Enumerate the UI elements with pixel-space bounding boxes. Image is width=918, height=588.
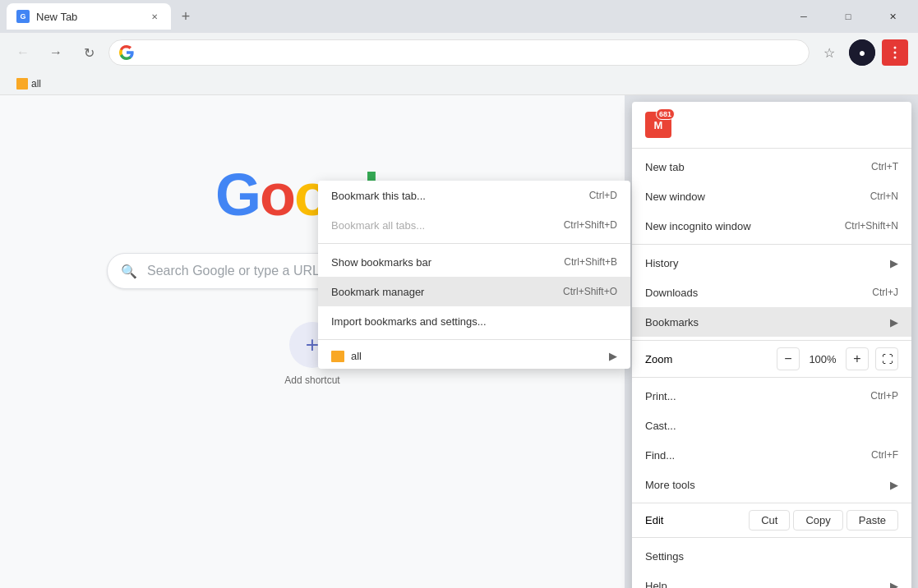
tab-title: New Tab	[36, 11, 141, 23]
zoom-value: 100%	[806, 353, 839, 365]
menu-new-section: New tab Ctrl+T New window Ctrl+N New inc…	[632, 149, 911, 245]
submenu-bookmark-all-tabs: Bookmark all tabs... Ctrl+Shift+D	[318, 210, 630, 240]
menu-item-new-incognito[interactable]: New incognito window Ctrl+Shift+N	[632, 211, 911, 241]
menu-item-bookmarks[interactable]: Bookmarks ▶	[632, 307, 911, 337]
bookmarks-submenu[interactable]: Bookmark this tab... Ctrl+D Bookmark all…	[318, 181, 630, 369]
edit-row: Edit Cut Copy Paste	[632, 507, 911, 534]
menu-settings-section: Settings Help ▶ Exit	[632, 538, 911, 588]
chrome-menu-button[interactable]	[882, 39, 908, 66]
edit-buttons: Cut Copy Paste	[749, 510, 898, 531]
menu-zoom-section: Zoom − 100% + ⛶	[632, 341, 911, 378]
menu-item-settings[interactable]: Settings	[632, 541, 911, 571]
submenu-divider-2	[318, 339, 630, 340]
gmail-badge: 681	[656, 108, 675, 120]
profile-button[interactable]: ●	[849, 39, 875, 66]
menu-item-new-tab[interactable]: New tab Ctrl+T	[632, 152, 911, 181]
tab-close-button[interactable]: ✕	[148, 10, 161, 23]
svg-point-0	[894, 47, 897, 49]
submenu-bookmark-manager[interactable]: Bookmark manager Ctrl+Shift+O	[318, 277, 630, 306]
menu-item-cast[interactable]: Cast...	[632, 411, 911, 440]
bookmarks-bar-item-label: all	[31, 78, 41, 90]
submenu-show-bookmarks-bar[interactable]: Show bookmarks bar Ctrl+Shift+B	[318, 247, 630, 277]
toolbar: ← → ↻ ☆ ●	[0, 33, 918, 72]
gmail-icon: M 681	[645, 112, 671, 138]
menu-item-find[interactable]: Find... Ctrl+F	[632, 440, 911, 470]
submenu-divider	[318, 243, 630, 244]
add-shortcut-label: Add shortcut	[284, 374, 339, 386]
back-button[interactable]: ←	[10, 39, 36, 66]
content-area: Google ♥ 🔍 Search Google or type a URL +…	[0, 95, 918, 588]
zoom-row: Zoom − 100% + ⛶	[632, 344, 911, 374]
menu-item-print[interactable]: Print... Ctrl+P	[632, 381, 911, 411]
forward-button[interactable]: →	[43, 39, 69, 66]
zoom-plus-button[interactable]: +	[846, 347, 869, 370]
browser-tab[interactable]: G New Tab ✕	[7, 3, 171, 30]
bookmark-star-button[interactable]: ☆	[816, 39, 842, 66]
submenu-import-bookmarks[interactable]: Import bookmarks and settings...	[318, 306, 630, 336]
search-icon: 🔍	[121, 264, 137, 279]
chrome-menu[interactable]: M 681 New tab Ctrl+T New window	[632, 102, 911, 588]
address-bar[interactable]	[108, 39, 810, 66]
svg-point-2	[894, 57, 897, 59]
zoom-minus-button[interactable]: −	[777, 347, 800, 370]
minimize-button[interactable]: ─	[785, 4, 823, 29]
bookmarks-bar-item-all[interactable]: all	[10, 76, 48, 91]
menu-tools-section: Print... Ctrl+P Cast... Find... Ctrl+F M…	[632, 378, 911, 503]
folder-icon	[331, 351, 344, 362]
bookmarks-bar: all	[0, 72, 918, 95]
zoom-controls: − 100% + ⛶	[777, 347, 898, 370]
menu-nav-section: History ▶ Downloads Ctrl+J Bookmarks ▶	[632, 245, 911, 341]
maximize-button[interactable]: □	[829, 4, 867, 29]
menu-gmail-section: M 681	[632, 102, 911, 149]
submenu-folder-all[interactable]: all ▶	[318, 343, 630, 369]
cut-button[interactable]: Cut	[749, 510, 790, 531]
window-controls: ─ □ ✕	[785, 4, 911, 29]
menu-item-new-window[interactable]: New window Ctrl+N	[632, 181, 911, 211]
paste-button[interactable]: Paste	[846, 510, 898, 531]
copy-button[interactable]: Copy	[793, 510, 842, 531]
svg-point-1	[894, 52, 897, 54]
zoom-fullscreen-button[interactable]: ⛶	[875, 347, 898, 370]
google-icon	[119, 45, 134, 60]
menu-item-downloads[interactable]: Downloads Ctrl+J	[632, 278, 911, 307]
reload-button[interactable]: ↻	[76, 39, 102, 66]
tab-favicon: G	[16, 10, 30, 23]
new-tab-button[interactable]: +	[174, 5, 197, 28]
menu-item-history[interactable]: History ▶	[632, 248, 911, 278]
address-input[interactable]	[141, 46, 799, 59]
folder-icon	[16, 78, 28, 90]
close-button[interactable]: ✕	[874, 4, 911, 29]
title-bar: G New Tab ✕ + ─ □ ✕	[0, 0, 918, 33]
submenu-bookmark-this-tab[interactable]: Bookmark this tab... Ctrl+D	[318, 181, 630, 210]
menu-edit-section: Edit Cut Copy Paste	[632, 503, 911, 538]
menu-item-more-tools[interactable]: More tools ▶	[632, 470, 911, 499]
gmail-menu-item[interactable]: M 681	[632, 105, 911, 145]
menu-item-help[interactable]: Help ▶	[632, 571, 911, 588]
chrome-frame: G New Tab ✕ + ─ □ ✕ ← → ↻ ☆	[0, 0, 918, 588]
